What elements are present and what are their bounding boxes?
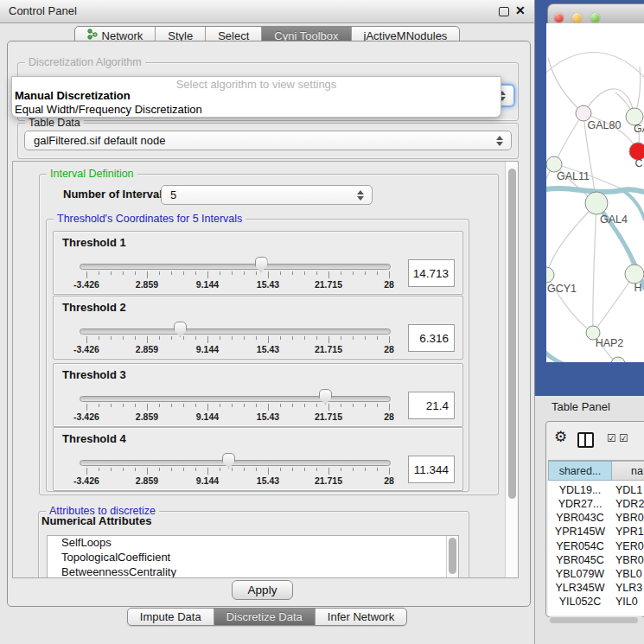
apply-button[interactable]: Apply <box>232 580 293 600</box>
window-title: Control Panel <box>9 4 77 17</box>
numerical-attributes-list[interactable]: SelfLoops TopologicalCoefficient Between… <box>47 535 459 578</box>
threshold-value-field[interactable]: 11.344 <box>408 456 455 483</box>
network-node-label: H <box>634 282 641 294</box>
node-table[interactable]: shared... na YDL19...YDL1 YDR27...YDR2 Y… <box>548 460 644 615</box>
tab-impute-data[interactable]: Impute Data <box>128 609 214 625</box>
slider-tick-labels: -3.4262.8599.14415.4321.71528 <box>86 475 389 486</box>
close-icon[interactable]: ✕ <box>515 3 526 17</box>
close-traffic-light-icon[interactable] <box>554 13 564 22</box>
slider-track[interactable] <box>80 396 391 402</box>
network-node[interactable] <box>546 267 554 283</box>
num-intervals-combobox[interactable]: 5 <box>161 185 373 205</box>
combo-value: galFiltered.sif default node <box>34 134 165 147</box>
network-node-label: GAL80 <box>588 119 622 131</box>
tab-infer-network[interactable]: Infer Network <box>316 609 406 625</box>
slider-ticks <box>86 271 389 279</box>
slider-ticks <box>86 404 389 411</box>
table-horizontal-scrollbar[interactable] <box>548 616 644 624</box>
network-node[interactable] <box>585 192 608 214</box>
gear-icon[interactable]: ⚙ <box>554 430 567 444</box>
minimize-traffic-light-icon[interactable] <box>572 13 582 22</box>
group-label: Discretization Algorithm <box>25 56 145 68</box>
slider-tick-labels: -3.4262.8599.14415.4321.71528 <box>86 344 389 354</box>
list-item[interactable]: SelfLoops <box>48 536 458 551</box>
network-window-titlebar[interactable] <box>547 3 644 25</box>
tab-label: Discretize Data <box>226 610 303 623</box>
slider-handle[interactable] <box>222 453 235 469</box>
group-label: Threshold's Coordinates for 5 Intervals <box>54 213 245 225</box>
slider-track[interactable] <box>80 460 391 466</box>
list-scrollbar[interactable] <box>446 536 458 577</box>
table-row[interactable]: YBR043CYBR0 <box>548 512 644 526</box>
slider-tick-labels: -3.4262.8599.14415.4321.71528 <box>86 411 389 422</box>
zoom-traffic-light-icon[interactable] <box>590 13 600 22</box>
table-row[interactable]: YDR27...YDR2 <box>548 498 644 512</box>
threshold-value-field[interactable]: 14.713 <box>408 259 455 287</box>
slider-track[interactable] <box>80 328 391 335</box>
network-node[interactable] <box>625 265 644 284</box>
list-item[interactable]: BetweennessCentrality <box>48 565 458 578</box>
bottom-tab-bar: Impute Data Discretize Data Infer Networ… <box>0 608 534 626</box>
table-toolbar: ⚙ ☑ ☑ <box>546 422 644 456</box>
table-row[interactable]: YER054CYER0 <box>548 540 644 554</box>
threshold-label: Threshold 1 <box>62 236 126 249</box>
table-row[interactable]: YLR345WYLR3 <box>548 582 644 596</box>
popup-item-manual[interactable]: Manual Discretization <box>15 89 131 102</box>
combo-value: 5 <box>170 188 176 201</box>
table-row[interactable]: YPR145WYPR1 <box>548 526 644 539</box>
column-header-shared-name[interactable]: shared... <box>548 461 612 481</box>
network-node-label: GCY1 <box>547 283 577 295</box>
float-window-icon[interactable] <box>499 7 509 16</box>
threshold-4-box: Threshold 4 -3.4262.8599.14415.4321.7152… <box>53 427 463 491</box>
checkbox-icon[interactable]: ☑ <box>607 433 616 443</box>
control-panel-titlebar: Control Panel ✕ <box>0 0 534 23</box>
group-label: Interval Definition <box>47 168 137 180</box>
table-panel: Table Panel ⚙ ☑ ☑ shared... na YDL19...Y… <box>534 396 644 644</box>
settings-scroll-pane: Interval Definition Number of Intervals … <box>12 161 519 578</box>
slider-track[interactable] <box>80 264 391 270</box>
table-panel-inner: ⚙ ☑ ☑ shared... na YDL19...YDL1 YDR27...… <box>545 421 644 617</box>
combo-arrows-icon <box>357 190 364 201</box>
column-header-name[interactable]: na <box>612 461 644 481</box>
network-node-label: HAP2 <box>596 337 624 349</box>
tab-label: Infer Network <box>328 610 394 623</box>
algorithm-dropdown-popup: Select algorithm to view settings Manual… <box>11 76 501 118</box>
list-item[interactable]: TopologicalCoefficient <box>48 551 458 565</box>
num-intervals-label: Number of Intervals <box>63 188 169 201</box>
table-row[interactable]: YBR045CYBR0 <box>548 554 644 568</box>
slider-handle[interactable] <box>255 257 268 272</box>
network-view-canvas[interactable]: GAL80GACGAL11GAL4GCY1HHAP2 <box>546 23 644 362</box>
slider-ticks <box>86 468 389 475</box>
network-node-label: C <box>634 157 642 169</box>
network-node[interactable] <box>611 357 625 362</box>
screen: Control Panel ✕ Network Style Select Cyn… <box>0 0 644 644</box>
network-node-label: GAL11 <box>557 170 590 182</box>
slider-tick-labels: -3.4262.8599.14415.4321.71528 <box>86 279 389 290</box>
tab-label: Impute Data <box>140 610 201 623</box>
threshold-label: Threshold 2 <box>62 301 126 314</box>
checkbox-icon[interactable]: ☑ <box>619 433 628 443</box>
popup-item-equal-width[interactable]: Equal Width/Frequency Discretization <box>15 103 202 116</box>
table-row[interactable]: YIL052CYIL0 <box>548 596 644 609</box>
slider-ticks <box>86 336 389 344</box>
tab-discretize-data[interactable]: Discretize Data <box>214 609 316 625</box>
table-data-combobox[interactable]: galFiltered.sif default node <box>24 131 512 150</box>
combo-arrows-icon <box>496 136 503 146</box>
network-node-label: GA <box>634 123 644 135</box>
group-label: Table Data <box>25 117 84 129</box>
table-panel-title: Table Panel <box>552 400 610 413</box>
threshold-3-box: Threshold 3 -3.4262.8599.14415.4321.7152… <box>53 363 463 427</box>
slider-handle[interactable] <box>319 389 332 405</box>
threshold-value-field[interactable]: 21.4 <box>408 392 455 419</box>
table-row[interactable]: YBL079WYBL0 <box>548 568 644 582</box>
threshold-value-field[interactable]: 6.316 <box>408 324 455 352</box>
threshold-label: Threshold 3 <box>62 368 126 381</box>
threshold-label: Threshold 4 <box>62 432 126 445</box>
split-columns-icon[interactable] <box>577 432 594 448</box>
numerical-attributes-label: Numerical Attributes <box>41 514 151 527</box>
threshold-1-box: Threshold 1 -3.4262.8599.14415.4321.7152… <box>53 231 463 295</box>
settings-scrollbar[interactable] <box>505 162 518 577</box>
slider-handle[interactable] <box>174 322 187 337</box>
threshold-2-box: Threshold 2 -3.4262.8599.14415.4321.7152… <box>53 296 463 360</box>
table-row[interactable]: YDL19...YDL1 <box>548 484 644 498</box>
